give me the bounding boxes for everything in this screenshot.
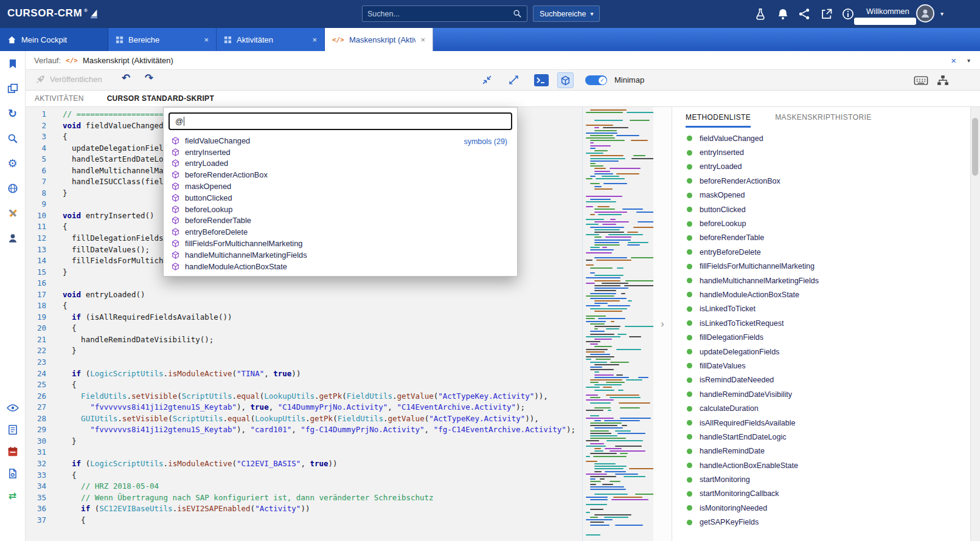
method-item[interactable]: isLinkedToTicket [672,302,970,316]
code-line[interactable]: 32 if (LogicScriptUtils.isModuleActive("… [26,458,582,470]
tab-bereiche[interactable]: Bereiche × [108,28,217,51]
tools-icon[interactable] [5,205,21,221]
redo-icon[interactable]: ↷ [145,72,153,84]
calendar-icon[interactable] [5,444,21,460]
method-item[interactable]: startMonitoringCallback [672,487,970,501]
autocomplete-item[interactable]: fillFieldsForMultichannelMarketing [164,238,517,249]
user-menu-chevron-icon[interactable]: ▾ [940,10,944,17]
code-line[interactable]: 20 { [26,323,582,334]
code-line[interactable]: 16 [26,278,582,289]
method-item[interactable]: updateDelegationFields [672,345,970,359]
user-avatar[interactable] [916,4,934,22]
method-item[interactable]: maskOpened [672,188,970,202]
info-icon[interactable] [842,8,854,20]
tab-maskenskript[interactable]: </> Maskenskript (Aktivit... × [325,28,433,51]
code-line[interactable]: 23 [26,357,582,368]
code-line[interactable]: 22 } [26,345,582,357]
code-line[interactable]: 36 if (SC12EVIBaseUtils.isEVI2SAPEnabled… [26,503,582,515]
method-item[interactable]: handleMultichannelMarketingFields [672,274,970,288]
autocomplete-input[interactable]: @ [169,112,512,130]
autocomplete-item[interactable]: beforeLookup [164,204,517,215]
gear-icon[interactable]: ⚙ [5,156,21,171]
method-item[interactable]: buttonClicked [672,202,970,216]
cube-t在ool-active[interactable] [557,72,574,88]
minimap[interactable] [582,107,653,541]
code-line[interactable]: 28 GUIUtils.setVisible(ScriptUtils.equal… [26,413,582,425]
bookmark-icon[interactable] [5,56,21,72]
autocomplete-item[interactable]: maskOpened [164,181,517,192]
code-line[interactable]: 21 handleRemindDateVisibility(); [26,334,582,346]
autocomplete-item[interactable]: entryInserted [164,146,517,158]
method-item[interactable]: isRemindDateNeeded [672,373,970,387]
windows-icon[interactable] [5,81,21,97]
code-line[interactable]: 19 if (isAllRequiredFieldsAvailable()) [26,312,582,323]
code-line[interactable]: 37 { [26,515,582,526]
method-item[interactable]: entryInserted [672,145,970,159]
globe-icon[interactable] [5,181,21,196]
code-line[interactable]: 26 FieldUtils.setVisible(ScriptUtils.equ… [26,391,582,402]
console-icon[interactable] [534,74,549,88]
method-item[interactable]: entryBeforeDelete [672,245,970,259]
undo-icon[interactable]: ↶ [122,72,130,84]
sidebar-search-icon[interactable] [5,131,21,146]
publish-button[interactable]: Veröffentlichen [35,74,102,84]
code-line[interactable]: 17void entryLoaded() [26,289,582,301]
notifications-bell-icon[interactable] [777,8,789,20]
method-item[interactable]: handleStartEndDateLogic [672,430,970,444]
method-item[interactable]: fieldValueChanged [672,131,970,145]
search-scope-button[interactable]: Suchbereiche ▾ [533,5,600,22]
close-icon[interactable]: × [312,35,317,44]
history-icon[interactable]: ↻ [5,106,21,122]
method-item[interactable]: beforeRenderActionBox [672,174,970,188]
code-line[interactable]: 34 // HRZ 2018-05-04 [26,481,582,492]
method-item[interactable]: handleActionBoxEnableState [672,458,970,472]
autocomplete-item[interactable]: entryLoaded [164,158,517,170]
user-icon[interactable] [5,230,21,246]
global-search-input[interactable]: Suchen... [362,5,527,22]
method-item[interactable]: calculateDuration [672,401,970,415]
open-external-icon[interactable] [821,8,833,20]
method-item[interactable]: getSAPKeyFields [672,515,970,529]
code-line[interactable]: 33 { [26,470,582,481]
code-line[interactable]: 29 "fvvvvvvs8i41j1i2gtenu1S_Keytab"), "c… [26,424,582,436]
keyboard-icon[interactable] [914,75,928,88]
method-item[interactable]: handleRemindDateVisibility [672,387,970,401]
method-item[interactable]: isMonitoringNeeded [672,501,970,515]
eye-icon[interactable] [5,400,21,416]
autocomplete-item[interactable]: beforeRenderTable [164,215,517,227]
method-item[interactable]: fillDelegationFields [672,330,970,344]
code-line[interactable]: 25 { [26,379,582,391]
autocomplete-item[interactable]: buttonClicked [164,192,517,204]
lab-flask-icon[interactable] [754,8,766,20]
autocomplete-item[interactable]: beforeRenderActionBox [164,169,517,181]
method-item[interactable]: startMonitoring [672,472,970,486]
method-item[interactable]: entryLoaded [672,160,970,174]
close-icon[interactable]: × [951,55,956,66]
autocomplete-item[interactable]: handleMultichannelMarketingFields [164,249,517,261]
vertical-scrollbar[interactable] [970,107,980,541]
method-item[interactable]: handleModuleActionBoxState [672,288,970,302]
document-settings-icon[interactable] [5,466,21,481]
autocomplete-item[interactable]: handleModuleActionBoxState [164,261,517,272]
tab-methodenliste[interactable]: METHODENLISTE [686,113,751,128]
scrollbar-thumb[interactable] [972,118,978,176]
structure-icon[interactable] [937,75,949,88]
method-item[interactable]: isLinkedToTicketRequest [672,316,970,330]
method-item[interactable]: isAllRequiredFieldsAvailable [672,416,970,430]
method-item[interactable]: beforeLookup [672,216,970,230]
minimap-toggle[interactable]: ✓ [585,75,607,85]
method-item[interactable]: fillDateValues [672,359,970,373]
expand-editor-icon[interactable] [509,75,519,87]
tab-maskenskripthistorie[interactable]: MASKENSKRIPTHISTORIE [775,113,871,128]
tab-cursor-standard-skript[interactable]: CURSOR STANDARD-SKRIPT [107,94,214,103]
code-line[interactable]: 31 [26,447,582,458]
method-item[interactable]: fillFieldsForMultichannelMarketing [672,260,970,274]
tab-aktivitaeten[interactable]: Aktivitäten × [217,28,325,51]
code-line[interactable]: 30 } [26,436,582,447]
code-line[interactable]: 18{ [26,300,582,312]
chevron-down-icon[interactable]: ▾ [967,57,970,64]
code-line[interactable]: 35 // Wenn Übertragung nach SAP konfigur… [26,492,582,504]
panel-expand-chevron-icon[interactable]: › [653,107,672,541]
close-icon[interactable]: × [420,35,425,44]
method-item[interactable]: handleRemindDate [672,444,970,458]
